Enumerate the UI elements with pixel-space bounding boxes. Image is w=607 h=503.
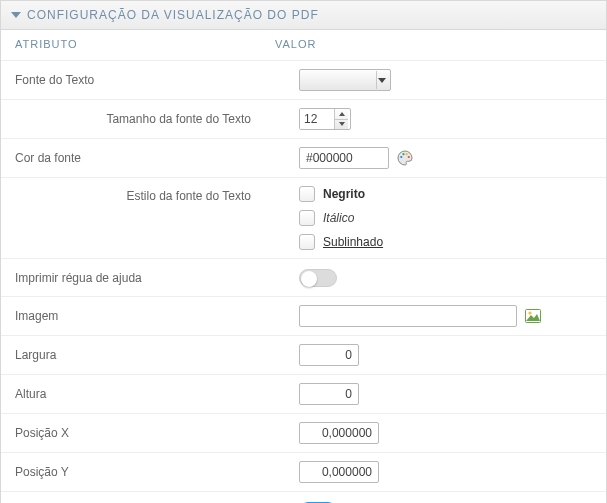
chevron-down-icon <box>376 71 386 89</box>
panel-header[interactable]: CONFIGURAÇÃO DA VISUALIZAÇÃO DO PDF <box>1 1 606 30</box>
bold-label: Negrito <box>323 187 365 201</box>
row-pos-x: Posição X <box>1 414 606 453</box>
toggle-knob <box>301 271 317 287</box>
svg-point-2 <box>406 153 408 155</box>
palette-icon[interactable] <box>397 150 413 166</box>
font-size-input[interactable] <box>300 109 334 129</box>
stepper-up-icon[interactable] <box>335 109 348 119</box>
label-font-size: Tamanho da fonte do Texto <box>15 112 275 126</box>
row-font-size: Tamanho da fonte do Texto <box>1 100 606 139</box>
row-help-ruler: Imprimir régua de ajuda <box>1 259 606 297</box>
stepper-down-icon[interactable] <box>335 119 348 130</box>
svg-point-5 <box>528 311 531 314</box>
row-image: Imagem <box>1 297 606 336</box>
option-bold: Negrito <box>299 186 383 202</box>
width-input[interactable] <box>299 344 359 366</box>
height-input[interactable] <box>299 383 359 405</box>
svg-point-3 <box>408 156 410 158</box>
label-font-style: Estilo da fonte do Texto <box>15 186 275 203</box>
row-pos-y: Posição Y <box>1 453 606 492</box>
label-font-color: Cor da fonte <box>15 151 275 165</box>
row-font-style: Estilo da fonte do Texto Negrito Itálico… <box>1 178 606 259</box>
pos-x-input[interactable] <box>299 422 379 444</box>
pdf-config-panel: CONFIGURAÇÃO DA VISUALIZAÇÃO DO PDF ATRI… <box>0 0 607 503</box>
option-underline: Sublinhado <box>299 234 383 250</box>
row-width: Largura <box>1 336 606 375</box>
image-icon[interactable] <box>525 309 541 323</box>
bold-checkbox[interactable] <box>299 186 315 202</box>
label-image: Imagem <box>15 309 275 323</box>
label-help-ruler: Imprimir régua de ajuda <box>15 271 275 285</box>
column-value: VALOR <box>275 38 592 50</box>
label-pos-x: Posição X <box>15 426 275 440</box>
columns-header: ATRIBUTO VALOR <box>1 30 606 61</box>
underline-checkbox[interactable] <box>299 234 315 250</box>
panel-title: CONFIGURAÇÃO DA VISUALIZAÇÃO DO PDF <box>27 8 319 22</box>
pos-y-input[interactable] <box>299 461 379 483</box>
svg-point-1 <box>402 153 404 155</box>
row-font-family: Fonte do Texto <box>1 61 606 100</box>
row-font-color: Cor da fonte <box>1 139 606 178</box>
collapse-icon <box>11 12 21 18</box>
font-size-stepper[interactable] <box>299 108 351 130</box>
row-print: Imprimir <box>1 492 606 503</box>
font-color-input[interactable] <box>299 147 389 169</box>
image-input[interactable] <box>299 305 517 327</box>
label-width: Largura <box>15 348 275 362</box>
font-style-options: Negrito Itálico Sublinhado <box>299 186 383 250</box>
column-attribute: ATRIBUTO <box>15 38 275 50</box>
italic-checkbox[interactable] <box>299 210 315 226</box>
help-ruler-toggle[interactable] <box>299 269 337 287</box>
label-font-family: Fonte do Texto <box>15 73 275 87</box>
font-family-select[interactable] <box>299 69 391 91</box>
row-height: Altura <box>1 375 606 414</box>
svg-point-0 <box>400 156 402 158</box>
label-height: Altura <box>15 387 275 401</box>
label-pos-y: Posição Y <box>15 465 275 479</box>
underline-label: Sublinhado <box>323 235 383 249</box>
option-italic: Itálico <box>299 210 383 226</box>
italic-label: Itálico <box>323 211 354 225</box>
